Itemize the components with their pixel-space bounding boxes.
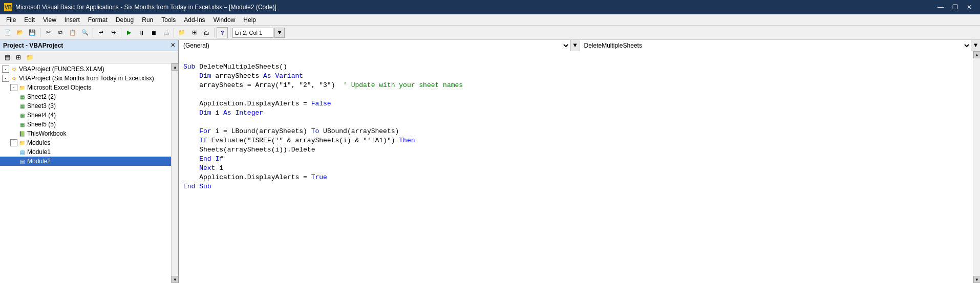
tree-label-modules: Modules (27, 139, 50, 146)
toolbar-find-btn[interactable]: 🔍 (79, 27, 91, 38)
panel-view-code-btn[interactable]: ▤ (2, 53, 12, 62)
icon-vba-sixmonths: ⚙ (10, 75, 17, 82)
toolbar-design-btn[interactable]: ⬚ (160, 27, 172, 38)
toolbar-copy-btn[interactable]: ⧉ (55, 27, 66, 38)
vscroll-down[interactable]: ▼ (973, 276, 980, 283)
panel-toggle-folders-btn[interactable]: 📁 (25, 53, 35, 62)
toolbar-projectexp-btn[interactable]: 📁 (176, 27, 187, 38)
expander-modules[interactable]: - (10, 139, 17, 146)
code-editor: (General) ▼ DeleteMultipleSheets ▼ Sub D… (179, 40, 980, 283)
tree-node-module1[interactable]: ▤ Module1 (0, 147, 171, 157)
panel-close-btn[interactable]: ✕ (171, 42, 175, 49)
panel-scroll-track (172, 71, 178, 276)
toolbar-cut-btn[interactable]: ✂ (42, 27, 54, 38)
proc-dropdown-container: DeleteMultipleSheets ▼ (580, 40, 981, 51)
icon-sheet4: ▦ (18, 112, 26, 119)
toolbar-sep-2 (93, 28, 93, 37)
menu-addins[interactable]: Add-Ins (180, 14, 209, 25)
toolbar-paste-btn[interactable]: 📋 (67, 27, 78, 38)
tree-node-module2[interactable]: ▤ Module2 (0, 157, 171, 166)
panel-title-bar: Project - VBAProject ✕ (0, 40, 178, 51)
toolbar-sep-4 (174, 28, 174, 37)
toolbar-propwin-btn[interactable]: ⊞ (188, 27, 200, 38)
expander-funcres[interactable]: - (2, 66, 9, 73)
minimize-button[interactable]: — (934, 2, 947, 12)
toolbar-new-btn[interactable]: 📄 (2, 27, 13, 38)
tree-label-excelobj: Microsoft Excel Objects (27, 84, 91, 91)
toolbar-pause-btn[interactable]: ⏸ (136, 27, 147, 38)
tree-node-sixmonths[interactable]: - ⚙ VBAProject (Six Months from Today in… (0, 74, 171, 83)
general-dropdown-arrow[interactable]: ▼ (570, 40, 580, 51)
panel-view-object-btn[interactable]: ⊞ (13, 53, 24, 62)
vscroll-up[interactable]: ▲ (973, 51, 980, 58)
toolbar-sep-1 (40, 28, 40, 37)
panel-scroll-down[interactable]: ▼ (172, 276, 178, 283)
code-content[interactable]: Sub DeleteMultipleSheets() Dim arrayShee… (179, 51, 973, 283)
toolbar-open-btn[interactable]: 📂 (14, 27, 26, 38)
general-dropdown[interactable]: (General) (179, 40, 570, 51)
menu-tools[interactable]: Tools (157, 14, 180, 25)
line-jump-btn[interactable]: ▼ (274, 28, 285, 38)
toolbar-redo-btn[interactable]: ↪ (108, 27, 119, 38)
proc-dropdown[interactable]: DeleteMultipleSheets (580, 40, 971, 51)
tree-node-sheet2[interactable]: ▦ Sheet2 (2) (0, 92, 171, 101)
menu-bar: File Edit View Insert Format Debug Run T… (0, 14, 980, 26)
toolbar-save-btn[interactable]: 💾 (27, 27, 38, 38)
tree-node-sheet5[interactable]: ▦ Sheet5 (5) (0, 120, 171, 129)
toolbar-stop-btn[interactable]: ⏹ (148, 27, 159, 38)
icon-sheet3: ▦ (18, 102, 26, 110)
menu-format[interactable]: Format (84, 14, 112, 25)
tree-label-sheet2: Sheet2 (2) (27, 93, 56, 100)
toolbar-objbrow-btn[interactable]: 🗂 (201, 27, 212, 38)
icon-folder-excelobj: 📁 (18, 84, 26, 91)
proc-dropdown-arrow[interactable]: ▼ (971, 40, 980, 51)
panel-toolbar: ▤ ⊞ 📁 (0, 51, 178, 63)
code-toolbar: (General) ▼ DeleteMultipleSheets ▼ (179, 40, 980, 51)
toolbar-run-btn[interactable]: ▶ (123, 27, 135, 38)
icon-thiswb: 📗 (18, 130, 26, 137)
toolbar-sep-5 (214, 28, 215, 37)
toolbar: 📄 📂 💾 ✂ ⧉ 📋 🔍 ↩ ↪ ▶ ⏸ ⏹ ⬚ 📁 ⊞ 🗂 ? Ln 2, … (0, 26, 980, 40)
title-bar-controls: — ❐ ✕ (934, 2, 976, 12)
tree-node-thiswb[interactable]: 📗 ThisWorkbook (0, 129, 171, 138)
main-layout: Project - VBAProject ✕ ▤ ⊞ 📁 - ⚙ VBAProj… (0, 40, 980, 283)
tree-label-module2: Module2 (27, 158, 51, 165)
code-area: Sub DeleteMultipleSheets() Dim arrayShee… (179, 51, 980, 283)
menu-run[interactable]: Run (138, 14, 157, 25)
panel-scrollbar: ▲ ▼ (171, 63, 178, 283)
tree-node-sheet3[interactable]: ▦ Sheet3 (3) (0, 101, 171, 111)
menu-help[interactable]: Help (239, 14, 260, 25)
toolbar-sep-6 (230, 28, 230, 37)
restore-button[interactable]: ❐ (948, 2, 962, 12)
project-tree: - ⚙ VBAProject (FUNCRES.XLAM) - ⚙ VBAPro… (0, 63, 171, 283)
tree-node-excelobj[interactable]: - 📁 Microsoft Excel Objects (0, 83, 171, 92)
menu-window[interactable]: Window (209, 14, 240, 25)
tree-label-funcres: VBAProject (FUNCRES.XLAM) (19, 66, 104, 73)
tree-label-sheet5: Sheet5 (5) (27, 121, 56, 128)
expander-excelobj[interactable]: - (10, 84, 17, 91)
icon-module2: ▤ (18, 158, 26, 165)
tree-node-funcres[interactable]: - ⚙ VBAProject (FUNCRES.XLAM) (0, 64, 171, 74)
toolbar-undo-btn[interactable]: ↩ (95, 27, 106, 38)
menu-file[interactable]: File (2, 14, 20, 25)
tree-label-sixmonths: VBAProject (Six Months from Today in Exc… (19, 75, 154, 82)
vscroll-track (973, 58, 980, 276)
expander-sixmonths[interactable]: - (2, 75, 9, 82)
menu-edit[interactable]: Edit (20, 14, 39, 25)
menu-view[interactable]: View (39, 14, 60, 25)
icon-module1: ▤ (18, 148, 26, 156)
tree-node-sheet4[interactable]: ▦ Sheet4 (4) (0, 111, 171, 120)
toolbar-sep-3 (121, 28, 121, 37)
title-bar-text: Microsoft Visual Basic for Applications … (15, 4, 276, 11)
tree-label-sheet4: Sheet4 (4) (27, 112, 56, 119)
menu-debug[interactable]: Debug (112, 14, 138, 25)
title-bar-left: VB Microsoft Visual Basic for Applicatio… (4, 3, 276, 11)
tree-node-modules[interactable]: - 📁 Modules (0, 138, 171, 147)
editor-vscrollbar: ▲ ▼ (973, 51, 980, 283)
tree-label-sheet3: Sheet3 (3) (27, 102, 56, 110)
panel-scroll-up[interactable]: ▲ (172, 63, 178, 71)
close-button[interactable]: ✕ (963, 2, 976, 12)
menu-insert[interactable]: Insert (60, 14, 84, 25)
toolbar-help-btn[interactable]: ? (217, 27, 228, 38)
panel-title: Project - VBAProject (3, 42, 63, 49)
